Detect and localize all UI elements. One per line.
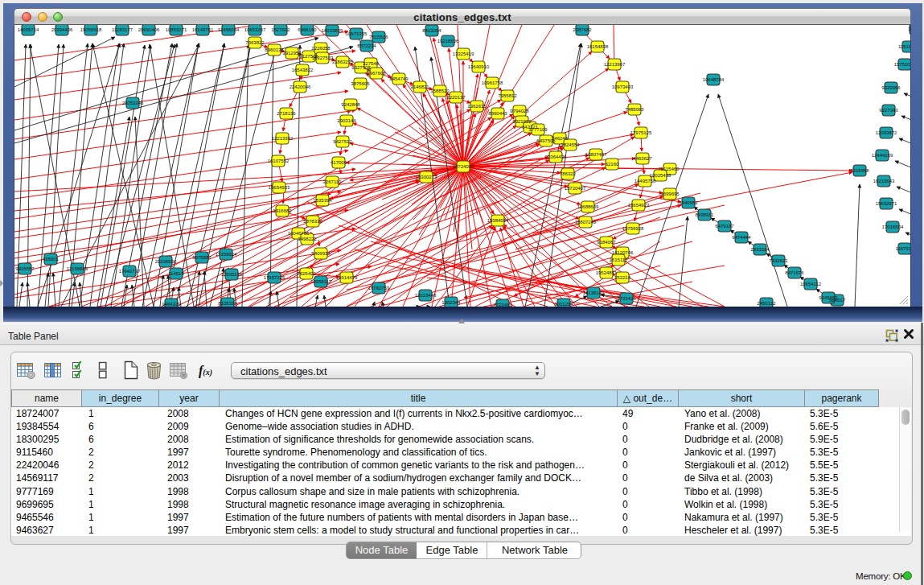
svg-text:10973493: 10973493 xyxy=(612,84,634,89)
svg-text:8990443: 8990443 xyxy=(488,111,507,116)
svg-text:10025438: 10025438 xyxy=(650,173,671,178)
svg-text:17016504: 17016504 xyxy=(882,225,904,229)
svg-text:1527602: 1527602 xyxy=(271,27,290,32)
svg-text:3267110: 3267110 xyxy=(323,179,343,184)
svg-text:16782759: 16782759 xyxy=(368,286,390,290)
svg-text:7723461: 7723461 xyxy=(493,303,512,307)
svg-text:3498222: 3498222 xyxy=(298,237,317,241)
svg-text:9427512: 9427512 xyxy=(333,139,352,144)
svg-text:16154838: 16154838 xyxy=(587,44,609,49)
svg-text:9227343: 9227343 xyxy=(879,108,898,113)
svg-text:22420046: 22420046 xyxy=(290,84,311,89)
svg-text:20364436: 20364436 xyxy=(545,154,567,159)
svg-text:19384554: 19384554 xyxy=(487,218,509,223)
svg-text:9031294: 9031294 xyxy=(554,302,573,307)
svg-text:20691406: 20691406 xyxy=(138,27,160,32)
svg-text:16210643: 16210643 xyxy=(873,179,895,183)
svg-text:9146821: 9146821 xyxy=(410,84,429,89)
svg-text:8105339: 8105339 xyxy=(218,301,237,306)
svg-text:14495758: 14495758 xyxy=(634,179,656,183)
svg-text:7663822: 7663822 xyxy=(245,40,265,45)
svg-text:9115460: 9115460 xyxy=(661,167,680,171)
svg-text:20206536: 20206536 xyxy=(155,259,177,264)
svg-text:7515526: 7515526 xyxy=(369,35,388,39)
svg-text:3220137: 3220137 xyxy=(446,95,466,100)
svg-text:3824554: 3824554 xyxy=(561,142,580,147)
svg-text:112233: 112233 xyxy=(908,27,911,31)
svg-text:2450122: 2450122 xyxy=(757,301,776,306)
svg-text:19056918: 19056918 xyxy=(80,27,102,32)
svg-text:2087682: 2087682 xyxy=(573,27,592,32)
svg-text:2226058: 2226058 xyxy=(311,46,331,51)
svg-text:10046766: 10046766 xyxy=(288,231,310,236)
svg-text:1777109: 1777109 xyxy=(528,127,548,132)
svg-text:1733426: 1733426 xyxy=(617,296,636,301)
svg-text:417006: 417006 xyxy=(331,160,347,165)
svg-text:12093872: 12093872 xyxy=(876,130,897,135)
svg-text:3215958: 3215958 xyxy=(850,168,869,173)
svg-text:9245652: 9245652 xyxy=(819,295,838,300)
svg-text:2967608: 2967608 xyxy=(367,71,386,76)
svg-text:19756928: 19756928 xyxy=(622,226,644,231)
svg-text:20394406: 20394406 xyxy=(51,27,73,32)
svg-text:9464339: 9464339 xyxy=(162,302,181,307)
svg-text:19218506: 19218506 xyxy=(437,39,459,43)
svg-text:12213967: 12213967 xyxy=(604,62,626,67)
svg-text:10654112: 10654112 xyxy=(800,282,822,286)
svg-text:14055714: 14055714 xyxy=(18,27,39,32)
svg-text:1640952: 1640952 xyxy=(679,200,698,205)
svg-text:16327503: 16327503 xyxy=(312,56,334,60)
svg-text:10958117: 10958117 xyxy=(310,279,332,284)
svg-text:5409934: 5409934 xyxy=(311,251,331,256)
svg-text:435001: 435001 xyxy=(43,257,60,262)
svg-text:31863235: 31863235 xyxy=(332,60,354,64)
svg-text:327546: 327546 xyxy=(363,61,380,66)
svg-text:9915557: 9915557 xyxy=(15,266,35,271)
svg-text:7625402: 7625402 xyxy=(297,271,316,276)
svg-text:9474444: 9474444 xyxy=(732,235,751,240)
svg-text:10961758: 10961758 xyxy=(482,80,503,85)
svg-text:15720407: 15720407 xyxy=(565,186,586,191)
svg-text:9975857: 9975857 xyxy=(192,255,211,260)
svg-text:16149761: 16149761 xyxy=(192,27,214,32)
svg-text:1202344: 1202344 xyxy=(441,300,461,305)
svg-text:13654923: 13654923 xyxy=(628,203,650,208)
svg-text:17975125: 17975125 xyxy=(630,130,652,135)
svg-text:1615112: 1615112 xyxy=(610,257,629,262)
svg-text:8938911: 8938911 xyxy=(696,212,715,217)
svg-text:5878335: 5878335 xyxy=(303,219,322,224)
svg-text:1535394: 1535394 xyxy=(313,198,332,203)
svg-text:9699695: 9699695 xyxy=(660,192,680,196)
svg-text:10671355: 10671355 xyxy=(346,31,368,36)
svg-text:12023448: 12023448 xyxy=(415,293,437,298)
svg-text:15692971: 15692971 xyxy=(876,201,897,206)
svg-text:18807249: 18807249 xyxy=(575,220,597,225)
svg-text:1362615: 1362615 xyxy=(467,104,487,109)
svg-text:4463627: 4463627 xyxy=(633,156,652,161)
svg-text:252214: 252214 xyxy=(614,275,631,280)
svg-text:7955812: 7955812 xyxy=(498,93,517,98)
svg-text:8454749: 8454749 xyxy=(389,76,409,81)
svg-text:14136141: 14136141 xyxy=(583,290,605,295)
svg-text:10688609: 10688609 xyxy=(577,204,599,209)
svg-text:8471676: 8471676 xyxy=(785,270,804,275)
svg-text:12505135: 12505135 xyxy=(221,272,243,277)
svg-text:62160: 62160 xyxy=(606,162,619,167)
svg-text:17957225: 17957225 xyxy=(264,275,285,280)
svg-text:15751074: 15751074 xyxy=(894,62,911,67)
svg-text:10853271: 10853271 xyxy=(166,27,187,32)
svg-text:7485063: 7485063 xyxy=(625,107,644,112)
svg-text:8813054: 8813054 xyxy=(422,28,441,33)
svg-text:12213362: 12213362 xyxy=(272,136,294,141)
svg-text:9794028: 9794028 xyxy=(510,109,529,113)
svg-text:1921022: 1921022 xyxy=(512,119,532,124)
svg-text:13325419: 13325419 xyxy=(453,51,474,56)
svg-text:1588520: 1588520 xyxy=(430,89,450,93)
svg-text:7932621: 7932621 xyxy=(769,258,788,263)
svg-text:1167534: 1167534 xyxy=(896,246,911,251)
svg-text:6479197: 6479197 xyxy=(715,224,734,229)
svg-text:16107552: 16107552 xyxy=(268,159,290,163)
svg-text:16033809: 16033809 xyxy=(322,28,343,33)
svg-text:17359924: 17359924 xyxy=(216,252,237,257)
svg-text:3875605: 3875605 xyxy=(351,81,370,86)
